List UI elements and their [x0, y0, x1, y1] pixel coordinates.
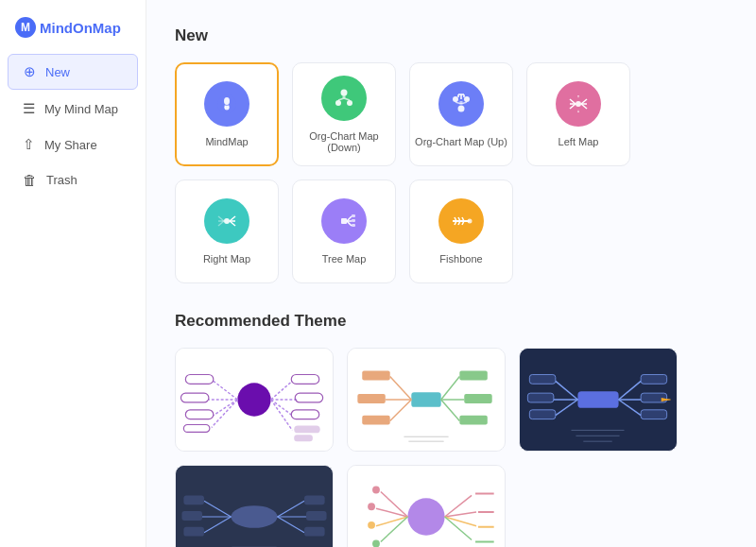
svg-rect-21: [576, 101, 581, 107]
orgdown-icon-wrap: [321, 76, 367, 121]
sidebar-item-mymindmap[interactable]: ☰ My Mind Map: [8, 92, 138, 126]
sidebar-item-new-label: New: [45, 65, 70, 79]
card-leftmap-label: Left Map: [558, 136, 599, 147]
svg-marker-28: [577, 95, 579, 98]
svg-point-11: [453, 96, 458, 102]
svg-point-12: [464, 96, 470, 102]
theme-card-3[interactable]: [519, 348, 678, 452]
svg-rect-85: [459, 416, 487, 425]
svg-point-5: [341, 90, 348, 96]
svg-point-14: [458, 106, 465, 112]
svg-rect-78: [357, 394, 385, 403]
card-orgup[interactable]: Org-Chart Map (Up): [409, 62, 513, 166]
new-section-title: New: [175, 26, 728, 45]
svg-line-9: [338, 98, 344, 100]
rightmap-svg-icon: [214, 208, 240, 234]
fishbone-svg-icon: [448, 208, 474, 234]
card-rightmap[interactable]: Right Map: [175, 179, 279, 283]
template-cards-grid: MindMap Org-Chart Map (Down): [175, 62, 728, 283]
treemap-svg-icon: [331, 208, 357, 234]
logo: M MindOnMap: [0, 11, 146, 53]
card-orgup-label: Org-Chart Map (Up): [415, 136, 507, 147]
sidebar-item-new[interactable]: ⊕ New: [8, 54, 138, 90]
card-orgdown-label: Org-Chart Map (Down): [293, 130, 395, 153]
svg-rect-6: [343, 95, 346, 98]
svg-rect-77: [362, 371, 389, 381]
leftmap-icon-wrap: [556, 81, 601, 127]
orgup-icon-wrap: [438, 81, 484, 127]
sidebar-item-myshare-label: My Share: [44, 138, 97, 152]
svg-rect-83: [459, 371, 487, 381]
svg-line-10: [344, 98, 350, 100]
sidebar-item-trash-label: Trash: [46, 173, 77, 187]
theme-card-1[interactable]: [175, 348, 334, 452]
svg-point-136: [368, 521, 375, 529]
leftmap-svg-icon: [565, 91, 592, 117]
svg-rect-42: [352, 219, 355, 222]
rightmap-icon-wrap: [204, 198, 249, 244]
card-rightmap-label: Right Map: [203, 253, 250, 265]
svg-rect-113: [306, 511, 327, 521]
card-mindmap[interactable]: MindMap: [175, 62, 279, 166]
svg-rect-84: [464, 394, 491, 403]
card-mindmap-label: MindMap: [205, 136, 248, 147]
card-treemap-label: Tree Map: [322, 253, 367, 265]
svg-rect-100: [527, 393, 553, 402]
svg-rect-112: [304, 495, 325, 504]
recommended-section-title: Recommended Theme: [175, 312, 728, 331]
svg-rect-4: [228, 106, 230, 109]
svg-rect-71: [294, 435, 313, 441]
new-icon: ⊕: [24, 63, 36, 80]
treemap-icon-wrap: [321, 198, 367, 244]
card-treemap[interactable]: Tree Map: [292, 179, 396, 283]
theme-card-4[interactable]: [175, 465, 334, 547]
svg-rect-41: [352, 214, 355, 217]
theme-card-5[interactable]: [347, 465, 506, 547]
mindmap-svg-icon: [215, 92, 239, 116]
svg-rect-101: [529, 410, 555, 419]
sidebar: M MindOnMap ⊕ New ☰ My Mind Map ⇧ My Sha…: [0, 0, 146, 547]
svg-point-134: [372, 487, 380, 494]
svg-point-52: [468, 219, 472, 224]
logo-icon: M: [15, 17, 36, 38]
myshare-icon: ⇧: [23, 136, 35, 153]
svg-rect-120: [183, 527, 204, 537]
svg-rect-70: [294, 425, 319, 433]
svg-point-1: [224, 97, 230, 105]
svg-rect-3: [225, 106, 227, 109]
svg-rect-119: [181, 511, 202, 521]
sidebar-item-mymindmap-label: My Mind Map: [44, 102, 118, 116]
theme3-preview: [520, 349, 677, 451]
svg-point-135: [368, 503, 375, 510]
themes-grid: [175, 348, 728, 547]
theme5-preview: [348, 466, 505, 547]
theme2-preview: [348, 349, 505, 451]
svg-rect-95: [641, 410, 666, 419]
card-fishbone-label: Fishbone: [439, 253, 482, 265]
sidebar-item-trash[interactable]: 🗑 Trash: [8, 163, 138, 197]
svg-rect-30: [224, 218, 230, 224]
card-fishbone[interactable]: Fishbone: [409, 179, 513, 283]
svg-rect-37: [341, 218, 347, 224]
svg-rect-118: [183, 495, 204, 504]
mymindmap-icon: ☰: [23, 100, 35, 117]
theme-card-2[interactable]: [347, 348, 506, 452]
svg-rect-43: [352, 224, 355, 227]
svg-point-8: [347, 100, 352, 106]
card-leftmap[interactable]: Left Map: [526, 62, 630, 166]
logo-text: MindOnMap: [40, 20, 121, 36]
card-orgdown[interactable]: Org-Chart Map (Down): [292, 62, 396, 166]
main-content: New MindMap: [146, 0, 756, 547]
svg-rect-99: [529, 374, 555, 384]
orgdown-svg-icon: [331, 85, 357, 111]
trash-icon: 🗑: [23, 172, 37, 188]
mindmap-icon-wrap: [204, 81, 249, 127]
svg-rect-79: [362, 416, 389, 425]
svg-point-54: [237, 383, 270, 416]
fishbone-icon-wrap: [438, 198, 484, 244]
svg-rect-93: [641, 374, 666, 384]
svg-point-108: [231, 505, 277, 528]
svg-rect-114: [304, 527, 325, 537]
svg-rect-89: [577, 391, 618, 408]
sidebar-item-myshare[interactable]: ⇧ My Share: [8, 128, 138, 162]
